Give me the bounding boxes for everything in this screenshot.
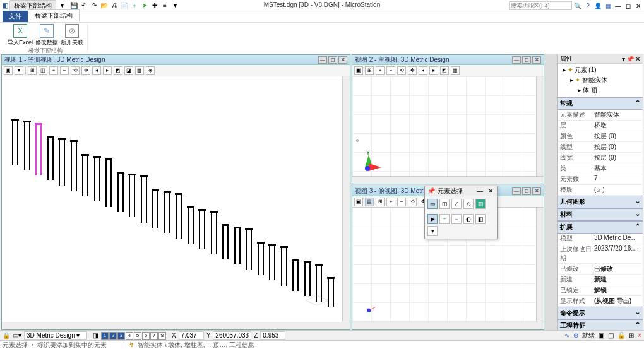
clip-mask-button[interactable]: ◪ (124, 66, 133, 75)
section-general[interactable]: 常规⌃ (558, 97, 643, 110)
sb-views-icon[interactable]: ◨ (93, 332, 98, 339)
view3-close-button[interactable]: ✕ (532, 187, 541, 195)
view3-scrollbar-v[interactable] (536, 208, 544, 322)
zoom-fit-button[interactable]: ⊞ (28, 66, 37, 75)
mode-dropdown-button[interactable]: ▾ (427, 226, 438, 236)
v2-prev-button[interactable]: ◂ (419, 66, 427, 75)
help-icon[interactable]: ? (583, 1, 592, 10)
mode-new-button[interactable]: ▶ (427, 214, 438, 224)
tool-icon[interactable]: ✚ (150, 1, 159, 10)
view-toggle-5[interactable]: 5 (134, 332, 141, 340)
tree-child-smartsolid[interactable]: ▸ ✦ 智能实体 (560, 75, 640, 85)
select-shape-button[interactable]: ◇ (463, 199, 474, 209)
section-extend[interactable]: 扩展⌃ (558, 221, 643, 234)
user-icon[interactable]: 👤 (593, 1, 602, 10)
import-excel-button[interactable]: X 导入Excel (8, 24, 33, 47)
sb-lock-icon[interactable]: 🔒 (3, 332, 10, 339)
element-selection-window[interactable]: 📌 元素选择 — ✕ ▭ ◫ ∕ ◇ ▥ ▶ + − ◐ ◧ ▾ (424, 186, 498, 239)
prop-row[interactable]: 模版(无) (558, 185, 643, 196)
floatwin-titlebar[interactable]: 📌 元素选择 — ✕ (425, 186, 497, 196)
arrow-icon[interactable]: ➤ (140, 1, 149, 10)
view-toggle-8[interactable]: 8 (158, 332, 166, 340)
dropdown-chevron-icon[interactable]: ▾ (57, 1, 66, 10)
v3-zoom-fit-button[interactable]: ⊞ (376, 198, 385, 206)
breadcrumb-root[interactable]: 元素选择 (3, 341, 28, 350)
view1-maximize-button[interactable]: ◻ (328, 56, 337, 64)
view-toggle-7[interactable]: 7 (150, 332, 158, 340)
search-icon[interactable]: 🔍 (573, 1, 582, 10)
sb-lock2-icon[interactable]: 🔓 (617, 332, 625, 339)
section-project[interactable]: 工程特征⌃ (558, 319, 643, 330)
undo-icon[interactable]: ↶ (80, 1, 88, 10)
prop-row[interactable]: 模型3D Metric Design (558, 234, 643, 244)
mode-invert-button[interactable]: ◐ (463, 214, 474, 224)
print-icon[interactable]: 🖨 (110, 1, 119, 10)
props-tree[interactable]: ▸ ✦ 元素 (1) ▸ ✦ 智能实体 ▸ 体 顶 (558, 64, 643, 97)
view-control-button[interactable]: ▣ (4, 66, 13, 75)
prop-row[interactable]: 已修改已修改 (558, 264, 643, 275)
select-line-button[interactable]: ∕ (451, 199, 462, 209)
mode-add-button[interactable]: + (439, 214, 450, 224)
prop-row[interactable]: 上次修改日期2023/7/20 16:15:24 (558, 244, 643, 264)
v2-zoom-fit-button[interactable]: ⊞ (365, 66, 374, 75)
section-material[interactable]: 材料⌄ (558, 208, 643, 221)
tree-root[interactable]: ▸ ✦ 元素 (1) (560, 65, 640, 75)
display-style-button[interactable]: ▾ (15, 66, 23, 75)
v3-rotate-button[interactable]: ⟲ (408, 198, 417, 206)
v2-rotate-button[interactable]: ⟲ (397, 66, 406, 75)
copy-icon[interactable]: 📄 (120, 1, 129, 10)
view-toggle-4[interactable]: 4 (126, 332, 133, 340)
close-icon[interactable]: ✕ (634, 1, 643, 10)
view1-close-button[interactable]: ✕ (338, 56, 347, 64)
sb-level-icon[interactable]: ◫ (608, 332, 614, 339)
mode-subtract-button[interactable]: − (451, 214, 462, 224)
props-close-icon[interactable]: ✕ (635, 56, 640, 62)
v2-pan-button[interactable]: ✥ (408, 66, 417, 75)
view-toggle-2[interactable]: 2 (109, 332, 117, 340)
z-value[interactable]: 0.953 (260, 331, 285, 340)
view-toggle-1[interactable]: 1 (101, 332, 109, 340)
section-geometry[interactable]: 几何图形⌄ (558, 196, 643, 208)
sb-dim-icon[interactable]: ⊞ (629, 332, 634, 339)
clip-volume-button[interactable]: ◩ (114, 66, 122, 75)
view2-titlebar[interactable]: 视图 2 - 主视图, 3D Metric Design — ◻ ✕ (352, 55, 544, 65)
view-toggle-6[interactable]: 6 (142, 332, 150, 340)
prop-row[interactable]: 元素数7 (558, 174, 643, 185)
view3-scrollbar-h[interactable] (352, 322, 544, 329)
zoom-window-button[interactable]: ◫ (39, 66, 47, 75)
view-toggle-3[interactable]: 3 (117, 332, 125, 340)
view-next-button[interactable]: ▸ (103, 66, 112, 75)
v3-view-control-button[interactable]: ▣ (354, 198, 363, 206)
view1-scrollbar-v[interactable] (342, 76, 350, 322)
prop-row[interactable]: 新建新建 (558, 275, 643, 285)
view2-canvas[interactable]: Y (352, 76, 536, 176)
view1-canvas[interactable] (2, 76, 342, 322)
view1-titlebar[interactable]: 视图 1 - 等测视图, 3D Metric Design — ◻ ✕ (2, 55, 350, 65)
select-individual-button[interactable]: ▭ (427, 199, 438, 209)
v2-next-button[interactable]: ▸ (429, 66, 438, 75)
prop-row[interactable]: 线宽按层 (0) (558, 153, 643, 163)
v2-clip-button[interactable]: ◩ (440, 66, 449, 75)
prop-row[interactable]: 元素描述智能实体 (558, 110, 643, 121)
v3-display-style-button[interactable]: ▤ (365, 198, 374, 206)
view1-minimize-button[interactable]: — (318, 56, 327, 64)
maximize-icon[interactable]: ◻ (624, 1, 633, 10)
sb-info-icon[interactable]: ▣ (599, 332, 604, 339)
v2-view-control-button[interactable]: ▣ (354, 66, 363, 75)
section-prompt[interactable]: 命令提示⌄ (558, 307, 643, 319)
modify-data-button[interactable]: ✎ 修改数据 (35, 24, 58, 47)
mode-clear-button[interactable]: ◧ (475, 214, 486, 224)
prop-row[interactable]: 已锁定解锁 (558, 285, 643, 296)
y-value[interactable]: 260057.033 (213, 331, 251, 340)
zoom-in-button[interactable]: + (49, 66, 58, 75)
view2-close-button[interactable]: ✕ (532, 56, 541, 64)
minimize-icon[interactable]: — (614, 1, 623, 10)
more-icon[interactable]: ≡ (160, 1, 169, 10)
props-dock-icon[interactable]: 📌 (626, 56, 634, 62)
view2-scrollbar-h[interactable] (352, 176, 544, 184)
redo-icon[interactable]: ↷ (90, 1, 98, 10)
v3-zoom-out-button[interactable]: − (397, 198, 406, 206)
sb-snap-icon[interactable]: ∿ (564, 332, 569, 339)
prop-row[interactable]: 显示样式(从视图 导出) (558, 296, 643, 307)
tab-file[interactable]: 文件 (3, 11, 28, 22)
